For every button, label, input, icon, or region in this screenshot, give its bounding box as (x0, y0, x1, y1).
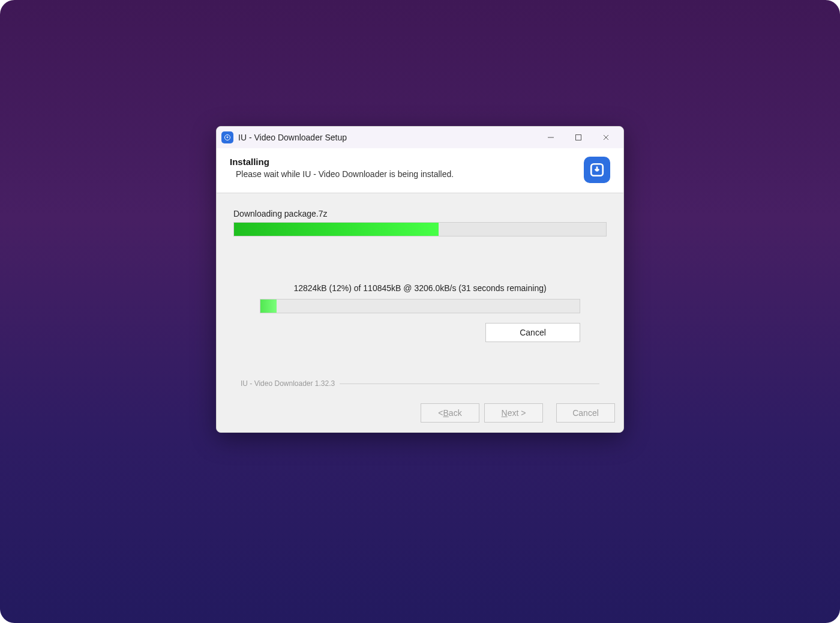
next-button: Next > (484, 403, 543, 423)
main-progress-bar (233, 222, 607, 236)
svg-rect-1 (576, 135, 581, 140)
titlebar[interactable]: IU - Video Downloader Setup (217, 127, 623, 148)
download-progress-bar (260, 299, 580, 313)
page-subtitle: Please wait while IU - Video Downloader … (236, 169, 584, 179)
installer-body: Downloading package.7z 12824kB (12%) of … (217, 193, 623, 394)
task-label: Downloading package.7z (233, 209, 607, 218)
desktop-wallpaper: IU - Video Downloader Setup Installing P… (0, 0, 840, 623)
page-title: Installing (230, 157, 584, 167)
app-icon (221, 131, 233, 143)
download-progress-fill (260, 299, 277, 313)
wizard-buttons: < Back Next > Cancel (217, 394, 623, 432)
cancel-wizard-button: Cancel (556, 403, 615, 423)
minimize-button[interactable] (537, 128, 565, 146)
header-panel: Installing Please wait while IU - Video … (217, 148, 623, 193)
brand-label: IU - Video Downloader 1.32.3 (241, 379, 335, 388)
download-block: 12824kB (12%) of 110845kB @ 3206.0kB/s (… (233, 283, 607, 342)
footer-divider: IU - Video Downloader 1.32.3 (241, 379, 599, 388)
cancel-download-button[interactable]: Cancel (485, 323, 580, 342)
installer-window: IU - Video Downloader Setup Installing P… (216, 126, 624, 433)
maximize-button[interactable] (565, 128, 592, 146)
back-button: < Back (421, 403, 479, 423)
download-status: 12824kB (12%) of 110845kB @ 3206.0kB/s (… (233, 283, 607, 293)
close-button[interactable] (592, 128, 620, 146)
window-title: IU - Video Downloader Setup (238, 133, 537, 142)
main-progress-fill (234, 223, 439, 236)
download-icon (584, 157, 610, 183)
